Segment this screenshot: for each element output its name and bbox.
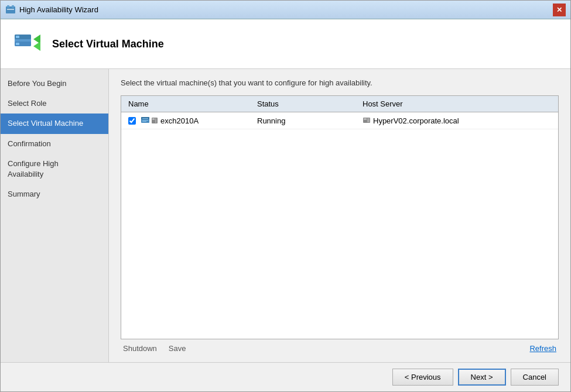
sidebar-item-select-virtual-machine[interactable]: Select Virtual Machine	[1, 114, 108, 133]
svg-rect-14	[142, 120, 148, 121]
column-status: Status	[255, 98, 360, 109]
refresh-link[interactable]: Refresh	[529, 344, 556, 353]
svg-rect-17	[152, 118, 155, 120]
svg-rect-13	[142, 118, 148, 119]
sidebar-item-select-role[interactable]: Select Role	[1, 94, 108, 114]
svg-rect-18	[155, 118, 156, 123]
vm-status: Running	[257, 116, 285, 125]
wizard-window: High Availability Wizard ✕ Select Virtua…	[0, 0, 571, 392]
svg-marker-10	[33, 42, 40, 51]
column-name: Name	[126, 98, 255, 109]
title-bar: High Availability Wizard ✕	[1, 1, 570, 19]
host-server-name: HyperV02.corporate.local	[373, 116, 459, 125]
vm-checkbox[interactable]	[128, 117, 136, 125]
next-button[interactable]: Next >	[458, 369, 506, 386]
main-content: Select the virtual machine(s) that you w…	[109, 69, 570, 362]
page-header: Select Virtual Machine	[1, 19, 570, 69]
svg-rect-8	[16, 43, 19, 45]
vm-sub-icon	[151, 117, 158, 124]
save-label: Save	[169, 344, 186, 353]
sidebar: Before You Begin Select Role Select Virt…	[1, 69, 109, 362]
instruction-text: Select the virtual machine(s) that you w…	[121, 78, 559, 87]
previous-button[interactable]: < Previous	[392, 369, 453, 386]
cancel-button[interactable]: Cancel	[511, 369, 559, 386]
svg-rect-20	[364, 118, 367, 120]
sidebar-item-before-you-begin[interactable]: Before You Begin	[1, 74, 108, 94]
svg-rect-7	[16, 36, 19, 38]
host-icon	[363, 116, 371, 125]
select-vm-icon	[12, 29, 43, 59]
svg-rect-21	[367, 118, 370, 122]
svg-rect-2	[12, 5, 14, 8]
cell-host-server: HyperV02.corporate.local	[360, 115, 553, 126]
sidebar-item-configure-high-availability[interactable]: Configure HighAvailability	[1, 154, 108, 184]
vm-icon	[141, 116, 150, 125]
title-bar-left: High Availability Wizard	[5, 5, 98, 15]
close-button[interactable]: ✕	[553, 4, 566, 16]
svg-rect-1	[7, 5, 9, 8]
vm-icon-stack	[141, 116, 158, 125]
svg-rect-15	[142, 121, 146, 122]
table-body: exch2010A Running HyperV02.corporate.lo	[121, 112, 558, 339]
sidebar-item-summary[interactable]: Summary	[1, 184, 108, 204]
table-footer-labels: Shutdown Save	[123, 344, 186, 353]
cell-name: exch2010A	[126, 115, 255, 126]
cell-status: Running	[255, 115, 360, 126]
sidebar-item-confirmation[interactable]: Confirmation	[1, 134, 108, 154]
window-title: High Availability Wizard	[19, 5, 98, 14]
wizard-icon	[5, 5, 16, 15]
table-header: Name Status Host Server	[121, 96, 558, 112]
page-title: Select Virtual Machine	[52, 38, 164, 50]
table-row[interactable]: exch2010A Running HyperV02.corporate.lo	[121, 112, 558, 129]
content-area: Before You Begin Select Role Select Virt…	[1, 69, 570, 362]
vm-name: exch2010A	[160, 116, 199, 125]
svg-rect-3	[7, 9, 14, 10]
vm-table: Name Status Host Server	[121, 95, 559, 339]
bottom-bar: < Previous Next > Cancel	[1, 362, 570, 391]
column-host-server: Host Server	[360, 98, 553, 109]
table-footer: Shutdown Save Refresh	[121, 339, 559, 353]
shutdown-label: Shutdown	[123, 344, 157, 353]
